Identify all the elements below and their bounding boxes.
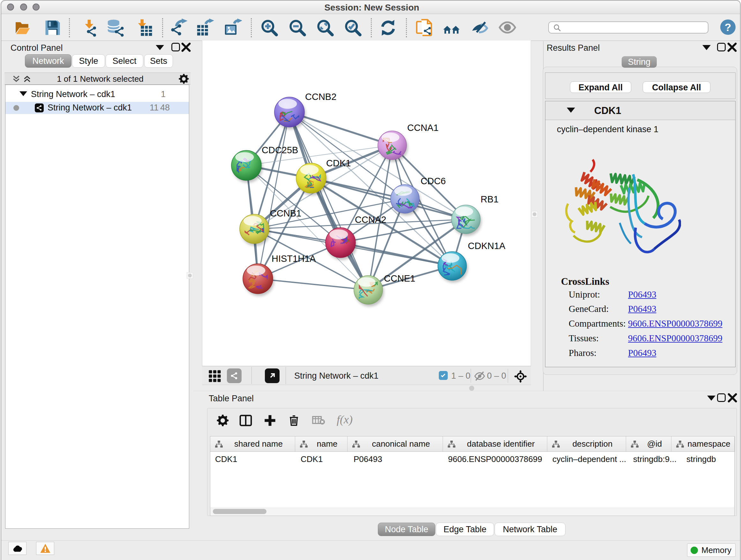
svg-text:HIST1H1A: HIST1H1A <box>272 253 316 264</box>
svg-text:RB1: RB1 <box>481 194 498 204</box>
svg-text:CDK1: CDK1 <box>326 158 351 168</box>
svg-text:CDC6: CDC6 <box>421 176 446 186</box>
svg-text:CCNA1: CCNA1 <box>407 123 439 133</box>
svg-text:CCNE1: CCNE1 <box>384 273 415 284</box>
svg-text:CDKN1A: CDKN1A <box>468 241 506 251</box>
svg-text:CCNB2: CCNB2 <box>305 91 336 102</box>
svg-text:CDC25B: CDC25B <box>262 145 298 155</box>
svg-text:CCNB1: CCNB1 <box>270 208 301 219</box>
svg-text:CCNA2: CCNA2 <box>355 214 386 225</box>
